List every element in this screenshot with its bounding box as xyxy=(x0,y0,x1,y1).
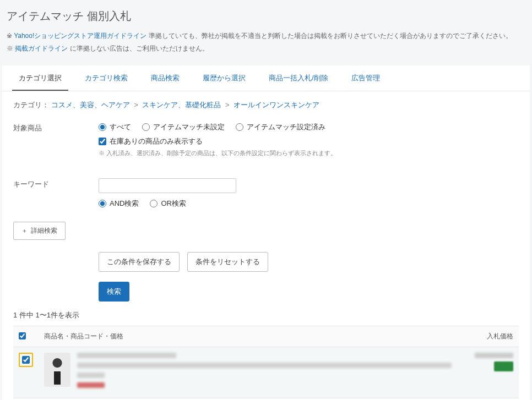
row-checkbox[interactable] xyxy=(22,356,30,364)
radio-unset-label: アイテムマッチ未設定 xyxy=(153,122,225,132)
content-card: カテゴリ選択 カテゴリ検索 商品検索 履歴から選択 商品一括入札/削除 広告管理… xyxy=(2,65,530,400)
radio-set-label: アイテムマッチ設定済み xyxy=(247,122,325,132)
radio-and[interactable]: AND検索 xyxy=(99,199,139,209)
product-image xyxy=(44,353,70,387)
breadcrumb-link-2[interactable]: オールインワンスキンケア xyxy=(234,101,319,109)
blurred-text xyxy=(77,353,176,358)
save-condition-button[interactable]: この条件を保存する xyxy=(99,252,180,272)
notice-1: ※ Yahoo!ショッピングストア運用ガイドライン 準拠していても、弊社が掲載を… xyxy=(7,31,525,41)
checkbox-stock-only[interactable]: 在庫ありの商品のみ表示する xyxy=(99,136,203,146)
row-checkbox-highlight xyxy=(19,353,33,367)
tab-product-search[interactable]: 商品検索 xyxy=(144,65,186,91)
breadcrumb-sep: > xyxy=(134,101,138,109)
notice-suffix: に準拠しない広告は、ご利用いただけません。 xyxy=(68,45,208,52)
radio-or-label: OR検索 xyxy=(161,199,186,209)
plus-icon: ＋ xyxy=(21,227,28,235)
notice-prefix: ※ xyxy=(7,32,14,40)
guideline-link-2[interactable]: 掲載ガイドライン xyxy=(15,45,68,52)
blurred-text xyxy=(77,372,105,378)
radio-unset[interactable]: アイテムマッチ未設定 xyxy=(142,122,225,132)
tab-category-select[interactable]: カテゴリ選択 xyxy=(12,65,68,91)
status-badge xyxy=(494,361,513,371)
guideline-link-1[interactable]: Yahoo!ショッピングストア運用ガイドライン xyxy=(14,32,146,40)
search-button[interactable]: 検索 xyxy=(99,282,129,302)
page-title: アイテムマッチ 個別入札 xyxy=(7,9,525,24)
table-row xyxy=(13,347,519,398)
tab-history[interactable]: 履歴から選択 xyxy=(196,65,252,91)
tab-bar: カテゴリ選択 カテゴリ検索 商品検索 履歴から選択 商品一括入札/削除 広告管理 xyxy=(2,65,530,91)
breadcrumb-link-1[interactable]: スキンケア、基礎化粧品 xyxy=(142,101,221,109)
tab-category-search[interactable]: カテゴリ検索 xyxy=(78,65,134,91)
helper-text: ※ 入札済み、選択済み、削除予定の商品は、以下の条件設定に関わらず表示されます。 xyxy=(99,149,519,157)
checkbox-stock-only-label: 在庫ありの商品のみ表示する xyxy=(110,136,203,146)
advanced-search-label: 詳細検索 xyxy=(31,226,57,235)
advanced-search-button[interactable]: ＋詳細検索 xyxy=(13,222,66,240)
blurred-text xyxy=(77,382,105,388)
reset-condition-button[interactable]: 条件をリセットする xyxy=(187,252,268,272)
col-product-header: 商品名・商品コード・価格 xyxy=(39,326,464,347)
blurred-price xyxy=(475,353,513,358)
radio-or[interactable]: OR検索 xyxy=(150,199,186,209)
radio-set[interactable]: アイテムマッチ設定済み xyxy=(236,122,325,132)
keyword-label: キーワード xyxy=(13,178,99,189)
notice-suffix: 準拠していても、弊社が掲載を不適当と判断した場合は掲載をお断りさせていただく場合… xyxy=(146,32,512,40)
target-label: 対象商品 xyxy=(13,122,99,133)
radio-all-label: すべて xyxy=(110,122,131,132)
notice-2: ※ 掲載ガイドライン に準拠しない広告は、ご利用いただけません。 xyxy=(7,44,525,53)
breadcrumb-sep: > xyxy=(225,101,230,109)
radio-and-label: AND検索 xyxy=(110,199,139,209)
blurred-text xyxy=(77,363,452,368)
tab-bulk[interactable]: 商品一括入札/削除 xyxy=(262,65,335,91)
keyword-input[interactable] xyxy=(99,178,236,193)
tab-ad-manage[interactable]: 広告管理 xyxy=(345,65,387,91)
notice-prefix: ※ xyxy=(7,45,15,52)
col-check-header xyxy=(13,326,39,347)
results-table: 商品名・商品コード・価格 入札価格 xyxy=(13,326,519,398)
breadcrumb-link-0[interactable]: コスメ、美容、ヘアケア xyxy=(51,101,130,109)
breadcrumb-label: カテゴリ： xyxy=(13,101,49,109)
col-price-header: 入札価格 xyxy=(464,326,519,347)
result-count: 1 件中 1〜1件を表示 xyxy=(2,302,530,326)
radio-all[interactable]: すべて xyxy=(99,122,131,132)
select-all-checkbox[interactable] xyxy=(19,332,26,339)
breadcrumb: カテゴリ： コスメ、美容、ヘアケア > スキンケア、基礎化粧品 > オールインワ… xyxy=(2,91,530,119)
